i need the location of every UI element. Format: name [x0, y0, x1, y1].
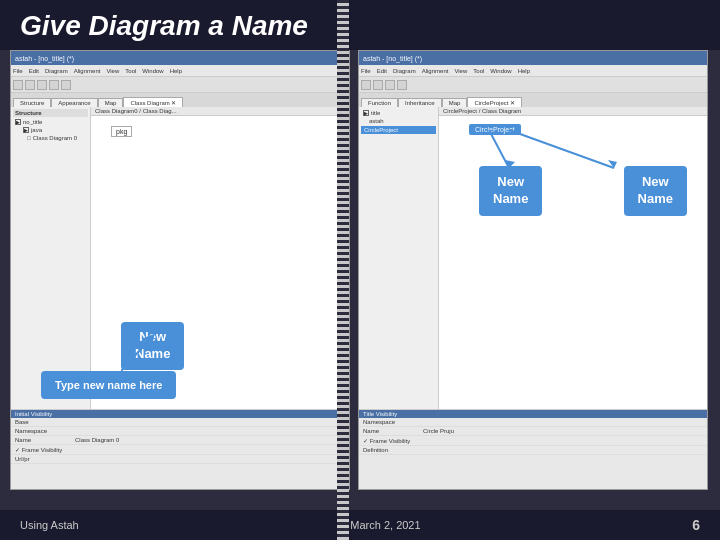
svg-marker-4 — [608, 160, 617, 168]
props-namespace-value — [75, 428, 345, 434]
footer-left-text: Using Astah — [20, 519, 79, 531]
right-props-def-label: Definition — [363, 447, 423, 453]
svg-line-1 — [489, 130, 509, 168]
props-namespace-label: Namespace — [15, 428, 75, 434]
right-tree-circleproject[interactable]: CircleProject — [361, 126, 436, 134]
menu-window[interactable]: Window — [142, 68, 163, 74]
right-tab-inheritance[interactable]: Inheritance — [398, 98, 442, 107]
right-menu-diagram[interactable]: Diagram — [393, 68, 416, 74]
slide-title: Give Diagram a Name — [20, 10, 308, 41]
menu-diagram[interactable]: Diagram — [45, 68, 68, 74]
tab-structure[interactable]: Structure — [13, 98, 51, 107]
props-name-row: Name Class Diagram 0 — [11, 436, 349, 445]
left-ide-panel: astah - [no_title] (*) File Edit Diagram… — [10, 50, 350, 490]
footer-center-text: March 2, 2021 — [350, 519, 420, 531]
right-menu-tool[interactable]: Tool — [473, 68, 484, 74]
right-toolbar-btn-2[interactable] — [373, 80, 383, 90]
props-name-value: Class Diagram 0 — [75, 437, 345, 443]
right-titlebar: astah - [no_title] (*) — [359, 51, 707, 65]
menu-edit[interactable]: Edit — [29, 68, 39, 74]
tab-class-diagram[interactable]: Class Diagram ✕ — [123, 97, 183, 107]
right-props-namespace-label: Namespace — [363, 419, 423, 425]
right-menu-view[interactable]: View — [454, 68, 467, 74]
right-menu-file[interactable]: File — [361, 68, 371, 74]
torn-left-edge — [343, 0, 349, 540]
pkg-label: pkg — [111, 126, 132, 137]
props-base-value — [75, 419, 345, 425]
tree-item-classdiagram[interactable]: □ Class Diagram 0 — [13, 134, 88, 142]
right-menu-alignment[interactable]: Alignment — [422, 68, 449, 74]
right-toolbar — [359, 77, 707, 93]
menu-file[interactable]: File — [13, 68, 23, 74]
props-namespace-row: Namespace — [11, 427, 349, 436]
right-props-header: Title Visibility — [359, 410, 707, 418]
content-area: astah - [no_title] (*) File Edit Diagram… — [0, 50, 720, 510]
right-tree-astah-label: astah — [369, 118, 384, 124]
circleproject-canvas-label: CircleProject — [469, 124, 521, 135]
right-tabs-row: Function Inheritance Map CircleProject ✕ — [359, 93, 707, 107]
tree-java-icon: ▶ — [23, 127, 29, 133]
right-menu-window[interactable]: Window — [490, 68, 511, 74]
right-toolbar-btn-3[interactable] — [385, 80, 395, 90]
right-props-name-value: Circle Pruju — [423, 428, 703, 434]
toolbar-btn-4[interactable] — [49, 80, 59, 90]
right-tree-expand: ▶ — [363, 110, 369, 116]
slide: Give Diagram a Name astah - [no_title] (… — [0, 0, 720, 540]
right-props-panel: Title Visibility Namespace Name Circle P… — [359, 409, 707, 489]
title-bar: Give Diagram a Name — [0, 0, 720, 50]
tree-java-label: java — [31, 127, 42, 133]
tree-item-java[interactable]: ▶ java — [13, 126, 88, 134]
left-canvas-header: Class Diagram0 / Class Diag... — [91, 107, 349, 116]
toolbar-btn-1[interactable] — [13, 80, 23, 90]
right-titlebar-text: astah - [no_title] (*) — [363, 55, 422, 62]
right-props-def-row: Definition — [359, 446, 707, 455]
right-tab-circleproject[interactable]: CircleProject ✕ — [467, 97, 522, 107]
toolbar-btn-5[interactable] — [61, 80, 71, 90]
torn-right-edge — [337, 0, 343, 540]
toolbar-btn-3[interactable] — [37, 80, 47, 90]
menu-tool[interactable]: Tool — [125, 68, 136, 74]
tab-map[interactable]: Map — [98, 98, 124, 107]
right-tab-function[interactable]: Function — [361, 98, 398, 107]
toolbar-btn-2[interactable] — [25, 80, 35, 90]
right-props-namespace-value — [423, 419, 703, 425]
right-props-name-label: Name — [363, 428, 423, 434]
left-toolbar — [11, 77, 349, 93]
right-menubar: File Edit Diagram Alignment View Tool Wi… — [359, 65, 707, 77]
props-base-label: Base — [15, 419, 75, 425]
right-props-name-row: Name Circle Pruju — [359, 427, 707, 436]
right-new-name-right-callout: NewName — [624, 166, 687, 216]
props-frame-row: ✓ Frame Visibility — [11, 445, 349, 455]
tree-classdiagram-icon: □ — [27, 135, 31, 141]
footer-page-number: 6 — [692, 517, 700, 533]
tree-classdiagram-label: Class Diagram 0 — [33, 135, 77, 141]
props-name-label: Name — [15, 437, 75, 443]
right-menu-edit[interactable]: Edit — [377, 68, 387, 74]
tree-item-notitle[interactable]: ▶ no_title — [13, 118, 88, 126]
left-menubar: File Edit Diagram Alignment View Tool Wi… — [11, 65, 349, 77]
left-props-header: Initial Visibility — [11, 410, 349, 418]
right-toolbar-btn-1[interactable] — [361, 80, 371, 90]
type-new-name-bubble: Type new name here — [41, 371, 176, 399]
props-urlpr-label: Url/pr — [15, 456, 75, 462]
right-menu-help[interactable]: Help — [518, 68, 530, 74]
props-urlpr-row: Url/pr — [11, 455, 349, 464]
right-tree-astah[interactable]: astah — [361, 117, 436, 125]
props-frame-label: ✓ Frame Visibility — [15, 446, 75, 453]
tree-expand-icon: ▶ — [15, 119, 21, 125]
right-tree-title-label: title — [371, 110, 380, 116]
right-toolbar-btn-4[interactable] — [397, 80, 407, 90]
right-ide-panel: astah - [no_title] (*) File Edit Diagram… — [358, 50, 708, 490]
svg-line-0 — [121, 338, 151, 371]
menu-help[interactable]: Help — [170, 68, 182, 74]
right-tab-map[interactable]: Map — [442, 98, 468, 107]
menu-alignment[interactable]: Alignment — [74, 68, 101, 74]
right-new-name-center-callout: NewName — [479, 166, 542, 216]
tab-appearance[interactable]: Appearance — [51, 98, 97, 107]
svg-line-3 — [509, 130, 614, 168]
type-name-arrow — [121, 333, 181, 373]
tree-item-label: no_title — [23, 119, 42, 125]
menu-view[interactable]: View — [106, 68, 119, 74]
right-tree-title[interactable]: ▶ title — [361, 109, 436, 117]
right-props-frame-row: ✓ Frame Visibility — [359, 436, 707, 446]
